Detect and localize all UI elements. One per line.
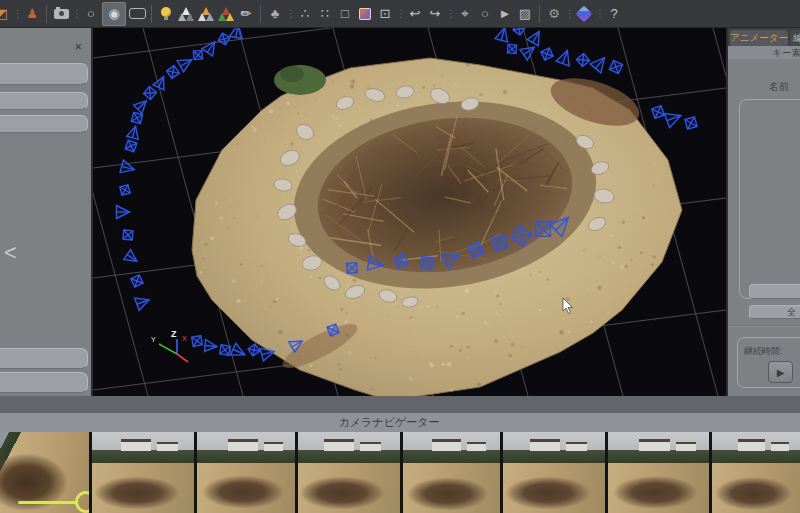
thumbnail-house [324, 439, 355, 451]
toolbar-separator: ⋮ [13, 8, 21, 19]
film-thumbnail-1[interactable] [0, 432, 89, 513]
thumbnail-house [121, 439, 152, 451]
duration-box: 継続時間: ▶ [737, 337, 800, 388]
thumbnail-pit [503, 463, 605, 513]
left-panel-button-1[interactable] [0, 63, 88, 85]
mesh-shaded-icon[interactable] [177, 2, 195, 26]
film-thumbnail-3[interactable] [197, 432, 295, 513]
move-object-icon[interactable]: ► [496, 2, 514, 26]
animator-panel: アニメーター 編集 キー素 名前 全 継続時間: ▶ [726, 28, 800, 396]
thumbnail-hedge [92, 450, 194, 463]
panel-divider [728, 325, 800, 327]
textured-cube-icon[interactable] [356, 2, 374, 26]
orbit-tool-icon[interactable]: ◉ [102, 2, 126, 26]
thumbnail-sky [403, 432, 500, 450]
thumbnail-house [228, 439, 257, 451]
main-toolbar: ◩⋮♟⋮○◉✏♣⋮∴∷□⊡⋮↩↪⋮⌖○►▨⚙⋮⋮? [0, 0, 800, 28]
toolbar-separator [151, 5, 152, 23]
thumbnail-sky [197, 432, 295, 450]
ellipse-select-icon[interactable]: ○ [476, 2, 494, 26]
thumbnail-sky [712, 432, 800, 450]
measure-icon[interactable]: ▨ [516, 2, 534, 26]
mask-badge-icon[interactable] [128, 2, 146, 26]
film-thumbnail-8[interactable] [712, 432, 800, 513]
keyframe-list-box[interactable] [739, 99, 800, 299]
timeline-slider-track[interactable] [18, 501, 78, 504]
thumbnail-hedge [298, 450, 400, 463]
model-cube-icon[interactable]: □ [336, 2, 354, 26]
thumbnail-house [676, 442, 696, 451]
toolbar-separator: ⋮ [565, 8, 573, 19]
left-panel-button-5[interactable] [0, 372, 88, 393]
name-label: 名前 [769, 80, 789, 94]
region-select-icon[interactable]: ⊡ [376, 2, 394, 26]
film-thumbnail-5[interactable] [403, 432, 500, 513]
toolbar-separator [539, 5, 540, 23]
panel-button-1[interactable] [749, 284, 800, 299]
app-edge-icon[interactable]: ◩ [0, 2, 11, 26]
tab-animator[interactable]: アニメーター [730, 30, 788, 46]
svg-text:X: X [182, 335, 187, 342]
toolbar-separator: ⋮ [286, 8, 294, 19]
thumbnail-sky [503, 432, 605, 450]
film-thumbnail-6[interactable] [503, 432, 605, 513]
toolbar-separator: ⋮ [396, 8, 404, 19]
thumbnail-pit [92, 463, 194, 513]
left-panel-button-4[interactable] [0, 348, 88, 369]
thumbnail-house [157, 442, 177, 451]
bottom-strip [0, 396, 800, 413]
brush-icon[interactable]: ✏ [237, 2, 255, 26]
rotate-arc-icon[interactable]: ○ [82, 2, 100, 26]
duration-label: 継続時間: [744, 345, 783, 358]
thumbnail-pit [712, 463, 800, 513]
keyframe-label: キー素 [728, 46, 800, 59]
svg-text:Y: Y [151, 336, 156, 343]
camera-navigator-label: カメラナビゲーター [0, 413, 800, 432]
thumbnail-house [360, 442, 380, 451]
timeline-slider-handle[interactable] [75, 491, 89, 513]
thumbnail-hedge [197, 450, 295, 463]
app-logo-icon[interactable] [575, 2, 593, 26]
redo-icon[interactable]: ↪ [426, 2, 444, 26]
tab-edit[interactable]: 編集 [790, 30, 800, 46]
select-all-button[interactable]: 全 [749, 305, 800, 319]
dense-cloud-icon[interactable]: ∷ [316, 2, 334, 26]
thumbnail-house [738, 439, 766, 451]
play-button[interactable]: ▶ [768, 361, 793, 383]
thumbnail-house [530, 439, 561, 451]
mesh-solid-icon[interactable] [197, 2, 215, 26]
thumbnail-pit [298, 463, 400, 513]
toolbar-separator: ⋮ [72, 8, 80, 19]
thumbnail-house [264, 442, 284, 451]
3d-viewport[interactable]: ZXY [93, 28, 726, 396]
collapse-panel-icon[interactable]: < [4, 240, 17, 266]
undo-icon[interactable]: ↩ [406, 2, 424, 26]
left-panel-button-3[interactable] [0, 115, 88, 133]
foliage-icon[interactable]: ♣ [266, 2, 284, 26]
lasso-select-icon[interactable]: ⌖ [456, 2, 474, 26]
thumbnail-house [771, 442, 789, 451]
mesh-textured-icon[interactable] [217, 2, 235, 26]
close-icon[interactable]: ✕ [74, 42, 82, 52]
thumbnail-sky [92, 432, 194, 450]
thumbnail-house [639, 439, 669, 451]
camera-icon[interactable] [52, 2, 70, 26]
film-thumbnail-4[interactable] [298, 432, 400, 513]
film-thumbnail-7[interactable] [608, 432, 709, 513]
settings-wrench-icon[interactable]: ⚙ [545, 2, 563, 26]
left-panel: ✕ < [0, 28, 93, 396]
thumbnail-pit [403, 463, 500, 513]
left-panel-button-2[interactable] [0, 92, 88, 110]
thumbnail-hedge [503, 450, 605, 463]
thumbnail-pit [197, 463, 295, 513]
lightbulb-icon[interactable] [157, 2, 175, 26]
reference-figure-icon[interactable]: ♟ [23, 2, 41, 26]
help-icon[interactable]: ? [605, 2, 623, 26]
toolbar-separator [260, 5, 261, 23]
model-render: ZXY [93, 28, 726, 396]
right-panel-tabbar: アニメーター 編集 [728, 28, 800, 46]
camera-navigator-filmstrip [0, 432, 800, 513]
film-thumbnail-2[interactable] [92, 432, 194, 513]
toolbar-separator: ⋮ [595, 8, 603, 19]
sparse-cloud-icon[interactable]: ∴ [296, 2, 314, 26]
